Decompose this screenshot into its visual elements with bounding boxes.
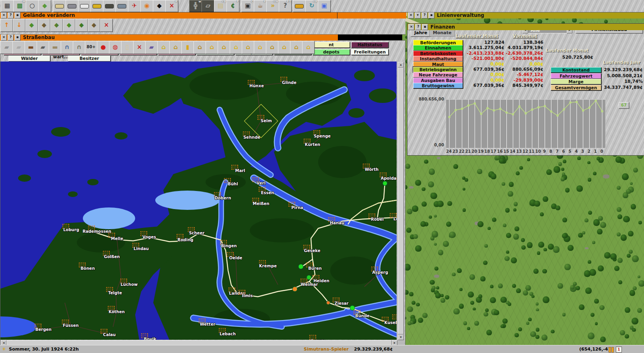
toolbar-button-pause[interactable]: ☕P	[254, 0, 267, 12]
finance-row-einnahmen[interactable]: Einnahmen	[413, 45, 463, 51]
finances-titlebar[interactable]: ×?▪ Finanzen	[407, 24, 644, 30]
tool-lower-terrain[interactable]: ↓	[13, 19, 25, 32]
toolbar-button-finances[interactable]: ¢F	[226, 0, 239, 12]
pin-icon[interactable]: ▪	[14, 12, 21, 18]
close-icon[interactable]: ×	[1, 35, 7, 41]
tool-no-entry-sign[interactable]: ●	[97, 41, 109, 54]
map-filter-besitzer[interactable]: Besitzer	[68, 55, 111, 62]
scroll-up-arrow[interactable]: ▴	[398, 62, 404, 68]
toolbar-button-messages[interactable]: ▤+B	[214, 0, 227, 12]
toolbar-button-save[interactable]: ▦	[1, 0, 14, 12]
tool-signpost[interactable]: ▯	[121, 41, 134, 54]
line-management-titlebar[interactable]: ×▾?▪ Linienverwaltung	[407, 12, 644, 18]
tool-slope-tool-4[interactable]: ◆	[63, 19, 75, 32]
tool-slope-tool-5[interactable]: ◆	[75, 19, 88, 32]
finance-row-betriebskosten[interactable]: Betriebskosten	[413, 51, 463, 56]
finance-year-row-fahrzeugwert[interactable]: Fahrzeugwert	[551, 73, 601, 79]
tool-tram-stop[interactable]: ⌂	[169, 41, 182, 54]
tool-elevated-way[interactable]: ▰	[145, 41, 158, 54]
help-icon[interactable]: ?	[8, 12, 14, 18]
road-building-titlebar[interactable]: ×?▪ Straßenbau	[0, 34, 338, 41]
calendar-icon[interactable]: 1	[616, 347, 622, 353]
toolbar-button-terrain[interactable]: ◆	[38, 0, 51, 12]
finance-row-bef-rderungen[interactable]: Beförderungen	[413, 40, 463, 45]
help-icon[interactable]: ?	[415, 24, 421, 30]
toolbar-button-air-tools[interactable]: ✈	[128, 0, 141, 12]
tool-slope-tool-1[interactable]: ◆	[25, 19, 38, 32]
tool-stone-bridge[interactable]: ▬	[49, 41, 61, 54]
minimap-canvas[interactable]: HünxeGlindeSelmSehndeSpengeKürtenWörthAp…	[0, 62, 397, 340]
toolbar-button-rail-tools[interactable]	[66, 0, 78, 12]
help-icon[interactable]: ?	[422, 12, 428, 18]
collapse-icon[interactable]: ▾	[415, 12, 421, 18]
finance-year-row-kontostand[interactable]: Kontostand	[551, 67, 601, 73]
tool-speed-limit-sign[interactable]: 80+	[85, 41, 97, 54]
toolbar-button-network-view[interactable]: ╬w	[189, 0, 202, 12]
tool-raise-terrain[interactable]: ↑	[0, 19, 13, 32]
tool-stop-sign[interactable]: ◍	[109, 41, 121, 54]
finance-row-bruttogewinn[interactable]: Bruttogewinn	[413, 83, 463, 88]
tool-wooden-bridge[interactable]: ▬	[25, 41, 37, 54]
toolbar-button-fast-forward[interactable]: »+W	[266, 0, 279, 12]
map-vertical-scrollbar[interactable]: ▴ ▾	[397, 62, 404, 345]
tool-freight-depot[interactable]: ⌂	[266, 41, 278, 54]
tab-monate[interactable]: Monate	[429, 29, 455, 37]
toolbar-button-ferry-tools[interactable]	[115, 0, 128, 12]
tool-loading-bay[interactable]: ▮	[181, 41, 194, 54]
tool-slope-tool-2[interactable]: ◆	[38, 19, 50, 32]
timeline-icon[interactable]	[609, 347, 611, 353]
scroll-down-arrow[interactable]: ▾	[398, 335, 404, 340]
tool-tram-depot[interactable]: ⌂	[290, 41, 302, 54]
finance-year-row-gesamtvermögen[interactable]: Gesamtvermögen	[551, 85, 601, 90]
tool-station-5[interactable]: ⌂	[254, 41, 266, 54]
tool-road-gravel[interactable]: ▰	[0, 41, 13, 54]
close-icon[interactable]: ×	[408, 24, 414, 30]
toolbar-button-traffic[interactable]	[293, 0, 306, 12]
tool-station-2[interactable]: ⌂	[218, 41, 230, 54]
toolbar-button-window-list[interactable]: ▱	[202, 0, 214, 12]
toolbar-button-ship-tools[interactable]	[53, 0, 66, 12]
finance-row-betriebsgewinn[interactable]: Betriebsgewinn	[413, 67, 463, 72]
toolbar-button-special-tools[interactable]: ◉	[140, 0, 153, 12]
toolbar-button-monorail-tools[interactable]	[78, 0, 91, 12]
pin-icon[interactable]: ▪	[422, 24, 428, 30]
toolbar-button-remove-land[interactable]: ◆	[153, 0, 166, 12]
tool-remove-tool[interactable]: ×	[100, 19, 113, 32]
tool-bus-stop[interactable]: ⌂	[157, 41, 170, 54]
toolbar-button-screenshot[interactable]: ▣C	[241, 0, 254, 12]
tool-underpass[interactable]: ∩	[73, 41, 85, 54]
close-icon[interactable]: ×	[408, 12, 414, 18]
map-filter-haltstatus[interactable]: Haltstatus	[351, 42, 389, 48]
finance-row-neue-fahrzeuge[interactable]: Neue Fahrzeuge	[413, 72, 463, 78]
map-filter-wälder[interactable]: Wälder	[8, 55, 50, 62]
tool-bus-depot[interactable]: ⌂	[278, 41, 290, 54]
finance-row-maut[interactable]: Maut	[413, 62, 463, 67]
tool-remove-road[interactable]: ×	[133, 41, 146, 54]
timeline-icon[interactable]	[611, 347, 614, 353]
toolbar-button-magnifier[interactable]: ○	[26, 0, 39, 12]
toolbar-button-map[interactable]: ▩M	[13, 0, 26, 12]
toolbar-button-rotate-view[interactable]: ↻+R	[305, 0, 318, 12]
tool-station-3[interactable]: ⌂	[230, 41, 242, 54]
tool-slope-tool-3[interactable]: ◆	[50, 19, 63, 32]
tool-slope-tool-6[interactable]: ◆	[88, 19, 100, 32]
toolbar-button-remove[interactable]: ×R	[165, 0, 178, 12]
close-icon[interactable]: ×	[1, 12, 7, 18]
tool-station-4[interactable]: ⌂	[242, 41, 254, 54]
map-filter-freileitungen[interactable]: Freileitungen	[351, 49, 389, 55]
finance-row-instandhaltung[interactable]: Instandhaltung	[413, 56, 463, 62]
finance-row-ausgaben-bau[interactable]: Ausgaben Bau	[413, 78, 463, 83]
tool-tunnel[interactable]: ∩	[61, 41, 73, 54]
help-icon[interactable]: ?	[8, 35, 14, 41]
scroll-thumb[interactable]	[398, 68, 404, 335]
toolbar-button-tram-tools[interactable]	[91, 0, 103, 12]
tool-road-paved[interactable]: ▰	[12, 41, 25, 54]
toolbar-button-road-tools[interactable]	[103, 0, 116, 12]
terrain-titlebar[interactable]: ×?▪ Gelände verändern	[0, 12, 406, 18]
toolbar-button-window-manager[interactable]: ▣	[318, 0, 331, 12]
tab-jahre[interactable]: Jahre	[411, 29, 431, 37]
pin-icon[interactable]: ▪	[14, 35, 21, 41]
tool-station-1[interactable]: ⌂	[206, 41, 218, 54]
tool-road-depot[interactable]: ⌂	[302, 41, 315, 54]
pin-icon[interactable]: ▪	[428, 12, 434, 18]
